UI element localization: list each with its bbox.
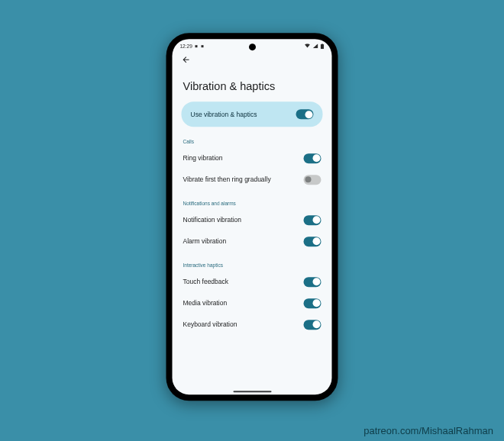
label-ring-vibration: Ring vibration [183, 154, 223, 162]
toggle-alarm-vibration[interactable] [304, 237, 321, 246]
section-header-notifications: Notifications and alarms [183, 201, 323, 206]
label-notification-vibration: Notification vibration [183, 216, 242, 224]
row-keyboard-vibration[interactable]: Keyboard vibration [182, 314, 323, 335]
row-media-vibration[interactable]: Media vibration [182, 292, 323, 314]
screen: 12:29 Vibration & haptics Use vibration … [173, 39, 332, 394]
row-notification-vibration[interactable]: Notification vibration [182, 209, 323, 230]
master-toggle[interactable] [296, 109, 314, 119]
page-title: Vibration & haptics [183, 80, 323, 92]
camera-cutout [249, 43, 256, 50]
arrow-back-icon [182, 55, 191, 64]
svg-rect-1 [202, 45, 204, 47]
wifi-icon [305, 43, 311, 48]
toggle-media-vibration[interactable] [304, 298, 321, 308]
row-alarm-vibration[interactable]: Alarm vibration [182, 230, 323, 252]
label-vibrate-first: Vibrate first then ring gradually [183, 175, 271, 183]
attribution-text: patreon.com/MishaalRahman [363, 425, 493, 436]
notification-dot-icon [195, 44, 199, 48]
svg-rect-3 [321, 43, 322, 44]
label-touch-feedback: Touch feedback [183, 278, 229, 285]
master-toggle-card[interactable]: Use vibration & haptics [182, 101, 323, 127]
svg-rect-2 [321, 43, 324, 48]
label-media-vibration: Media vibration [183, 299, 228, 307]
toggle-ring-vibration[interactable] [304, 153, 321, 163]
battery-icon [321, 43, 325, 49]
svg-rect-0 [195, 45, 198, 47]
row-vibrate-first[interactable]: Vibrate first then ring gradually [182, 169, 323, 190]
toggle-keyboard-vibration[interactable] [304, 320, 321, 330]
notification-dot-icon [201, 44, 205, 48]
home-indicator[interactable] [233, 391, 271, 393]
signal-icon [313, 43, 318, 48]
section-header-interactive: Interactive haptics [183, 262, 323, 268]
back-button[interactable] [182, 53, 191, 67]
toggle-vibrate-first[interactable] [304, 175, 321, 185]
master-toggle-label: Use vibration & haptics [191, 111, 257, 118]
toggle-touch-feedback[interactable] [304, 277, 321, 287]
label-keyboard-vibration: Keyboard vibration [183, 320, 237, 328]
section-header-calls: Calls [183, 139, 323, 144]
row-touch-feedback[interactable]: Touch feedback [182, 271, 323, 292]
toggle-notification-vibration[interactable] [304, 215, 321, 225]
label-alarm-vibration: Alarm vibration [183, 237, 227, 245]
status-time: 12:29 [180, 43, 192, 49]
row-ring-vibration[interactable]: Ring vibration [182, 147, 323, 169]
phone-frame: 12:29 Vibration & haptics Use vibration … [166, 33, 338, 401]
